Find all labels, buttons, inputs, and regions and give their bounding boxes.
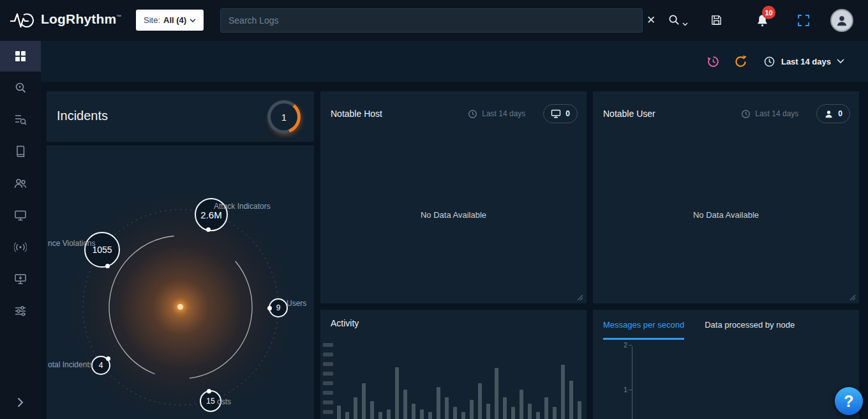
notable-host-count-pill[interactable]: 0	[543, 104, 578, 123]
user-count: 0	[838, 109, 842, 118]
activity-bar	[387, 409, 391, 419]
activity-widget: Activity	[320, 310, 587, 419]
refresh-icon[interactable]	[734, 55, 747, 68]
activity-bar	[536, 412, 540, 419]
activity-bar	[461, 412, 465, 419]
notable-user-title: Notable User	[603, 109, 741, 119]
sidebar-expand-button[interactable]	[0, 392, 41, 413]
time-range-value: Last 14 days	[781, 57, 831, 66]
activity-bar-chart	[337, 342, 581, 419]
brand-title: LogRhythm™	[41, 11, 122, 27]
help-button[interactable]: ?	[835, 387, 863, 415]
notable-host-time-range: Last 14 days	[468, 109, 525, 119]
sidebar-item-searches[interactable]	[0, 103, 41, 135]
orbital-node-total-incidents[interactable]: 4	[91, 356, 110, 375]
y-axis-tick-mark	[629, 345, 632, 346]
clock-icon	[763, 56, 775, 68]
search-input[interactable]	[228, 15, 634, 26]
sidebar-item-deployment-monitor[interactable]	[0, 263, 41, 295]
activity-bar	[495, 368, 498, 419]
incidents-gauge: 1	[267, 100, 301, 133]
chevron-down-icon	[190, 19, 196, 22]
activity-bar	[337, 406, 341, 419]
person-icon	[824, 109, 834, 119]
notable-host-title: Notable Host	[331, 109, 468, 119]
y-axis-line	[632, 346, 632, 419]
axis-placeholder-bar	[323, 362, 333, 366]
node-label-hosts: osts	[217, 397, 231, 406]
notable-user-header: Notable User Last 14 days 0	[593, 91, 859, 123]
search-bar[interactable]	[220, 8, 643, 33]
orbit-marker-dot	[267, 306, 272, 310]
axis-placeholder-bar	[323, 381, 333, 385]
site-selector[interactable]: Site: All (4)	[136, 10, 204, 31]
axis-placeholder-bar	[323, 353, 333, 356]
sidebar-item-dashboards[interactable]	[0, 41, 41, 72]
fullscreen-icon[interactable]	[798, 15, 809, 26]
analyze-search-icon	[14, 81, 27, 94]
save-search-icon[interactable]	[710, 14, 722, 26]
orbital-node-users[interactable]: 9	[269, 298, 288, 317]
time-range-selector[interactable]: Last 14 days	[763, 56, 844, 68]
people-icon	[14, 177, 27, 190]
time-range-text: Last 14 days	[482, 109, 525, 118]
cases-book-icon	[14, 145, 27, 158]
activity-bar	[511, 407, 515, 419]
notable-user-count-pill[interactable]: 0	[816, 104, 850, 123]
clock-icon	[741, 109, 751, 119]
left-nav-sidebar	[0, 41, 41, 419]
activity-bar	[528, 404, 532, 419]
incidents-orbital-chart: Attack Indicators nce Violations Users o…	[47, 146, 314, 419]
activity-bar	[403, 390, 407, 419]
activity-bar	[378, 412, 382, 419]
activity-bar	[503, 397, 507, 419]
activity-bar	[478, 383, 482, 419]
incidents-title: Incidents	[57, 109, 108, 123]
search-submit-button[interactable]	[668, 14, 688, 26]
resize-handle[interactable]	[577, 294, 583, 301]
sidebar-item-hosts[interactable]	[0, 199, 41, 231]
sidebar-item-cases[interactable]	[0, 135, 41, 167]
sidebar-item-settings[interactable]	[0, 295, 41, 327]
tab-data-processed-by-node[interactable]: Data processed by node	[705, 320, 795, 340]
activity-title: Activity	[331, 318, 359, 328]
chevron-down-icon	[837, 59, 844, 64]
sidebar-item-analyze[interactable]	[0, 72, 41, 103]
orbit-marker-dot	[106, 356, 110, 361]
notable-host-header: Notable Host Last 14 days 0	[320, 91, 587, 123]
activity-bar	[486, 404, 490, 419]
node-value: 9	[276, 303, 281, 312]
activity-bar	[544, 397, 548, 419]
dashboard-grid-icon	[14, 50, 27, 63]
resize-handle[interactable]	[849, 294, 856, 301]
notable-user-time-range: Last 14 days	[741, 109, 798, 119]
search-icon	[668, 14, 680, 26]
activity-bar	[569, 381, 573, 419]
user-avatar[interactable]	[830, 9, 853, 32]
sidebar-item-people[interactable]	[0, 167, 41, 199]
orbital-node-compliance-violations[interactable]: 1055	[84, 232, 120, 268]
axis-placeholder-bar	[323, 372, 333, 376]
notification-count-badge: 10	[762, 6, 775, 19]
activity-bar	[553, 407, 557, 419]
axis-placeholder-bar	[323, 343, 333, 347]
activity-bar	[578, 401, 581, 419]
person-icon	[835, 13, 849, 27]
activity-bar	[420, 409, 424, 419]
history-restore-icon[interactable]	[707, 55, 720, 68]
orbit-rings	[47, 146, 314, 419]
deployment-monitor-icon	[14, 273, 27, 286]
dashboard-toolbar: Last 14 days	[41, 41, 868, 82]
tab-messages-per-second[interactable]: Messages per second	[603, 320, 684, 340]
activity-axis-placeholders	[323, 343, 333, 419]
no-data-message: No Data Available	[593, 210, 859, 220]
axis-placeholder-bar	[323, 410, 333, 414]
notable-user-widget: Notable User Last 14 days 0 No Data Avai…	[593, 91, 859, 303]
activity-bar	[370, 401, 374, 419]
chevron-down-icon	[682, 22, 688, 26]
sidebar-item-network-monitor[interactable]	[0, 231, 41, 263]
notable-host-widget: Notable Host Last 14 days 0 No Data Avai…	[320, 91, 587, 303]
monitor-icon	[14, 209, 27, 222]
clear-search-icon[interactable]: ✕	[647, 13, 655, 27]
axis-placeholder-bar	[323, 400, 333, 404]
